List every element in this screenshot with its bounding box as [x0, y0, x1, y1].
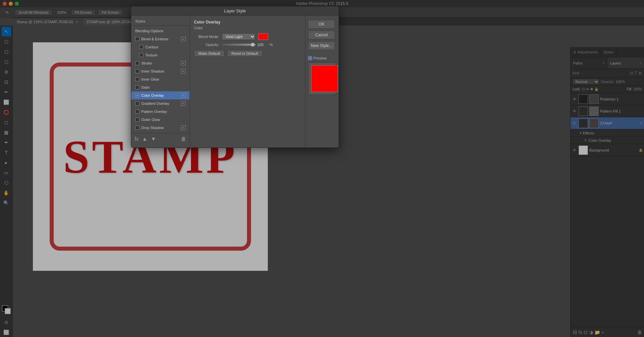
- ok-btn[interactable]: OK: [308, 20, 335, 29]
- add-color-overlay[interactable]: +: [181, 93, 186, 98]
- opacity-slider-container: 100 %: [222, 43, 273, 47]
- add-gradient-overlay[interactable]: +: [181, 101, 186, 106]
- label-contour: Contour: [145, 45, 158, 49]
- style-inner-glow[interactable]: Inner Glow: [131, 75, 190, 83]
- preview-box-container: [308, 62, 336, 95]
- label-inner-shadow: Inner Shadow: [141, 69, 164, 73]
- modal-body: Styles Blending Options Bevel & Emboss +…: [131, 16, 339, 148]
- style-satin[interactable]: Satin: [131, 83, 190, 91]
- style-down-btn[interactable]: ▼: [150, 135, 157, 143]
- color-swatch[interactable]: [258, 33, 268, 40]
- label-bevel: Bevel & Emboss: [141, 37, 168, 41]
- style-color-overlay[interactable]: ✓ Color Overlay +: [131, 91, 190, 99]
- modal-buttons: OK Cancel New Style... ✓ Preview: [305, 16, 339, 148]
- style-fx-btn[interactable]: fx: [134, 135, 139, 143]
- cb-contour[interactable]: [139, 45, 143, 49]
- label-pattern-overlay: Pattern Overlay: [141, 110, 167, 114]
- style-contour[interactable]: Contour: [131, 43, 190, 51]
- cancel-btn[interactable]: Cancel: [308, 31, 335, 39]
- cb-outer-glow[interactable]: [135, 118, 139, 122]
- cb-stroke[interactable]: [135, 61, 139, 65]
- label-inner-glow: Inner Glow: [141, 77, 159, 81]
- cb-inner-shadow[interactable]: [135, 69, 139, 73]
- cb-color-overlay[interactable]: ✓: [135, 93, 139, 97]
- style-drop-shadow[interactable]: Drop Shadow +: [131, 124, 190, 132]
- cb-bevel[interactable]: [135, 37, 139, 41]
- cb-texture[interactable]: [139, 53, 143, 57]
- styles-panel: Styles Blending Options Bevel & Emboss +…: [131, 16, 190, 148]
- label-outer-glow: Outer Glow: [141, 118, 160, 122]
- opacity-num: 100: [257, 43, 267, 47]
- section-subtitle: Color: [194, 26, 301, 30]
- modal-titlebar: Layer Style: [131, 6, 339, 16]
- modal-title: Layer Style: [224, 8, 246, 13]
- cb-gradient-overlay[interactable]: [135, 101, 139, 106]
- style-inner-shadow[interactable]: Inner Shadow +: [131, 67, 190, 75]
- style-blending-options[interactable]: Blending Options: [131, 27, 190, 35]
- cb-drop-shadow[interactable]: [135, 126, 139, 130]
- blend-mode-row: Blend Mode: Vivid Light: [194, 33, 301, 40]
- opacity-form-label: Opacity:: [194, 43, 219, 47]
- cb-pattern-overlay[interactable]: [135, 110, 139, 114]
- preview-checkbox[interactable]: ✓: [308, 56, 312, 60]
- style-pattern-overlay[interactable]: Pattern Overlay: [131, 108, 190, 116]
- add-drop-shadow[interactable]: +: [181, 125, 186, 130]
- action-buttons: Make Default Reset to Default: [194, 50, 301, 57]
- label-satin: Satin: [141, 85, 150, 89]
- add-inner-shadow[interactable]: +: [181, 69, 186, 74]
- blend-mode-dropdown[interactable]: Vivid Light: [222, 33, 255, 40]
- content-panel: Color Overlay Color Blend Mode: Vivid Li…: [190, 16, 305, 148]
- style-texture[interactable]: Texture: [131, 51, 190, 59]
- blending-options-label: Blending Options: [135, 29, 163, 33]
- cb-inner-glow[interactable]: [135, 77, 139, 81]
- add-bevel[interactable]: +: [181, 37, 186, 41]
- styles-footer: fx ▲ ▼ 🗑: [131, 133, 190, 145]
- style-up-btn[interactable]: ▲: [141, 135, 148, 143]
- blend-mode-label: Blend Mode:: [194, 35, 219, 39]
- opacity-row: Opacity: 100 %: [194, 43, 301, 47]
- style-stroke[interactable]: Stroke +: [131, 59, 190, 67]
- label-texture: Texture: [145, 53, 157, 57]
- add-stroke[interactable]: +: [181, 61, 186, 66]
- layer-style-dialog: Layer Style Styles Blending Options Beve…: [131, 6, 339, 148]
- cb-satin[interactable]: [135, 85, 139, 89]
- label-gradient-overlay: Gradient Overlay: [141, 101, 169, 106]
- opacity-slider-thumb[interactable]: [251, 43, 255, 47]
- styles-panel-title: Styles: [131, 18, 190, 26]
- preview-label: ✓ Preview: [308, 56, 336, 60]
- label-color-overlay: Color Overlay: [141, 93, 164, 97]
- opacity-slider[interactable]: [222, 44, 255, 46]
- style-outer-glow[interactable]: Outer Glow: [131, 116, 190, 124]
- make-default-btn[interactable]: Make Default: [194, 50, 225, 57]
- new-style-btn[interactable]: New Style...: [308, 41, 335, 50]
- section-title: Color Overlay: [194, 20, 301, 25]
- preview-box: [311, 65, 338, 92]
- label-stroke: Stroke: [141, 61, 152, 65]
- style-bevel-emboss[interactable]: Bevel & Emboss +: [131, 35, 190, 43]
- opacity-unit: %: [269, 43, 273, 47]
- reset-default-btn[interactable]: Reset to Default: [227, 50, 262, 57]
- style-gradient-overlay[interactable]: Gradient Overlay +: [131, 99, 190, 108]
- label-drop-shadow: Drop Shadow: [141, 126, 164, 130]
- style-delete-btn[interactable]: 🗑: [180, 135, 187, 143]
- preview-section: ✓ Preview: [308, 56, 336, 95]
